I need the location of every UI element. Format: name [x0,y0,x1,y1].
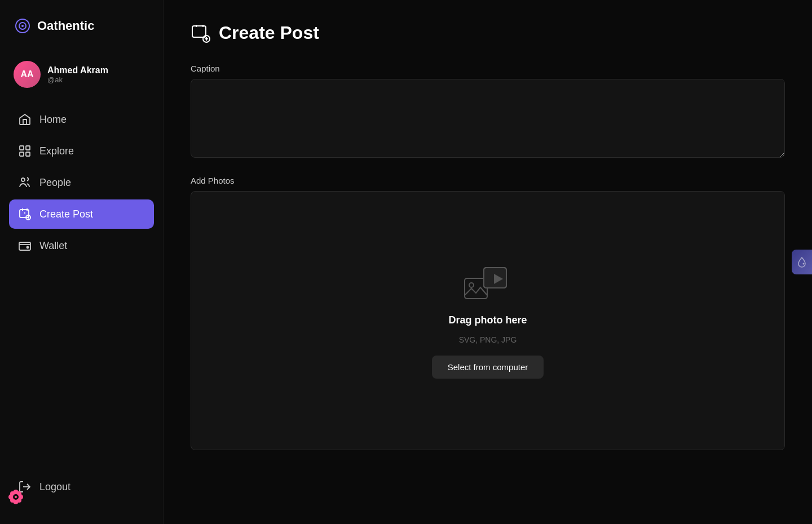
format-text: SVG, PNG, JPG [459,335,517,344]
right-float-button[interactable] [792,250,812,274]
sidebar-item-home[interactable]: Home [9,105,154,134]
svg-point-2 [21,25,24,27]
svg-point-7 [21,178,25,181]
people-label: People [39,177,71,189]
svg-rect-3 [20,146,24,150]
svg-point-29 [803,263,805,265]
avatar: AA [14,61,41,88]
flower-icon [6,487,26,507]
home-icon [18,113,32,126]
svg-rect-6 [26,152,30,156]
wallet-label: Wallet [39,240,67,252]
add-photos-section: Add Photos Drag photo here SVG, PNG, JPG… [191,176,785,450]
drag-text: Drag photo here [448,314,527,326]
svg-rect-10 [19,242,30,250]
logo-icon [14,17,32,35]
home-label: Home [39,114,67,126]
video-icon [482,263,513,295]
sidebar-item-people[interactable]: People [9,168,154,197]
nav-list: Home Explore People [0,105,163,472]
droplet-icon [796,256,807,268]
wallet-icon [18,239,32,252]
upload-icon-group [462,263,513,305]
sidebar-item-wallet[interactable]: Wallet [9,231,154,260]
create-post-header-icon [191,23,211,43]
caption-input[interactable] [191,79,785,158]
svg-rect-5 [26,146,30,150]
logout-area: Logout [0,472,163,513]
svg-rect-4 [20,152,24,156]
svg-rect-8 [20,210,29,217]
create-post-label: Create Post [39,208,93,220]
svg-rect-22 [192,26,206,37]
caption-label: Caption [191,64,785,73]
explore-icon [18,144,32,158]
user-info: Ahmed Akram @ak [47,65,108,84]
main-content: Create Post Caption Add Photos D [164,0,812,524]
user-profile: AA Ahmed Akram @ak [0,52,163,105]
svg-point-21 [15,496,17,498]
sidebar-item-create-post[interactable]: Create Post [9,199,154,229]
user-handle: @ak [47,76,108,84]
page-header: Create Post [191,23,785,43]
caption-section: Caption [191,64,785,160]
sidebar: Oathentic AA Ahmed Akram @ak Home Explor [0,0,164,524]
svg-point-11 [27,247,29,248]
logout-label: Logout [39,481,70,493]
app-name: Oathentic [37,19,94,33]
page-title: Create Post [219,23,319,43]
upload-dropzone[interactable]: Drag photo here SVG, PNG, JPG Select fro… [191,191,785,450]
select-from-computer-button[interactable]: Select from computer [432,356,544,379]
create-post-icon [18,207,32,221]
sidebar-item-explore[interactable]: Explore [9,136,154,166]
logo-area: Oathentic [0,11,163,52]
add-photos-label: Add Photos [191,176,785,185]
user-name: Ahmed Akram [47,65,108,76]
people-icon [18,176,32,189]
explore-label: Explore [39,145,74,157]
svg-point-25 [469,283,474,287]
logout-button[interactable]: Logout [9,472,154,501]
